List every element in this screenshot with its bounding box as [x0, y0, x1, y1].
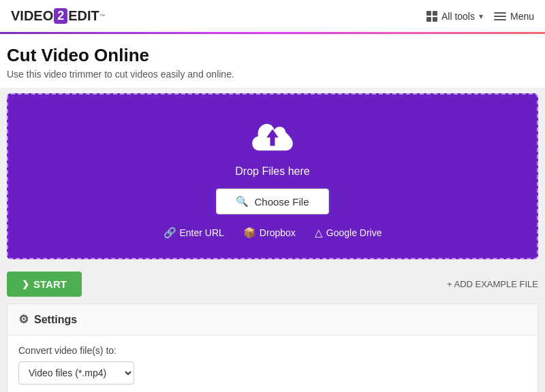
- start-label: START: [33, 278, 67, 290]
- logo-part2: EDIT: [68, 8, 99, 24]
- settings-body: Convert video file(s) to: Video files (*…: [7, 336, 538, 392]
- enter-url-link[interactable]: 🔗 Enter URL: [164, 227, 224, 239]
- header-right: All tools ▾ Menu: [426, 11, 534, 22]
- dropbox-link[interactable]: 📦 Dropbox: [243, 227, 296, 239]
- drop-zone[interactable]: Drop Files here 🔍 Choose File 🔗 Enter UR…: [7, 93, 538, 259]
- search-icon: 🔍: [236, 195, 249, 208]
- choose-file-label: Choose File: [254, 196, 309, 208]
- logo: VIDEO 2 EDIT ™: [11, 8, 106, 24]
- links-row: 🔗 Enter URL 📦 Dropbox △ Google Drive: [164, 227, 382, 239]
- logo-tm: ™: [99, 13, 106, 20]
- start-button[interactable]: ❯ START: [7, 272, 82, 297]
- google-drive-label: Google Drive: [326, 227, 382, 238]
- settings-panel: ⚙ Settings Convert video file(s) to: Vid…: [7, 304, 538, 392]
- google-drive-icon: △: [315, 227, 323, 239]
- action-bar: ❯ START + ADD EXAMPLE FILE: [0, 265, 545, 304]
- header: VIDEO 2 EDIT ™ All tools ▾ Menu: [0, 0, 545, 34]
- dropbox-icon: 📦: [243, 227, 256, 239]
- page-title: Cut Video Online: [7, 45, 538, 66]
- dropbox-label: Dropbox: [260, 227, 296, 238]
- page-subtitle: Use this video trimmer to cut videos eas…: [7, 69, 538, 80]
- convert-label: Convert video file(s) to:: [18, 345, 527, 356]
- page-header: Cut Video Online Use this video trimmer …: [0, 34, 545, 88]
- logo-num: 2: [54, 8, 67, 24]
- add-example-button[interactable]: + ADD EXAMPLE FILE: [447, 279, 538, 289]
- drop-zone-wrapper: Drop Files here 🔍 Choose File 🔗 Enter UR…: [0, 88, 545, 265]
- grid-icon: [426, 11, 437, 22]
- all-tools-button[interactable]: All tools ▾: [426, 11, 483, 22]
- menu-label: Menu: [510, 11, 534, 22]
- settings-header: ⚙ Settings: [7, 304, 538, 336]
- format-select[interactable]: Video files (*.mp4) Video files (*.avi) …: [18, 361, 134, 385]
- google-drive-link[interactable]: △ Google Drive: [315, 227, 382, 239]
- menu-button[interactable]: Menu: [494, 11, 534, 22]
- all-tools-label: All tools: [441, 11, 475, 22]
- upload-cloud-icon: [249, 115, 296, 156]
- drop-files-text: Drop Files here: [235, 165, 309, 178]
- choose-file-button[interactable]: 🔍 Choose File: [216, 189, 328, 214]
- gear-icon: ⚙: [18, 312, 29, 327]
- chevron-right-icon: ❯: [22, 279, 29, 289]
- logo-part1: VIDEO: [11, 8, 53, 24]
- enter-url-label: Enter URL: [180, 227, 224, 238]
- link-icon: 🔗: [164, 227, 176, 239]
- upload-icon: [249, 115, 296, 159]
- add-example-label: + ADD EXAMPLE FILE: [447, 279, 538, 289]
- hamburger-icon: [494, 12, 506, 20]
- chevron-down-icon: ▾: [479, 12, 483, 21]
- settings-title: Settings: [34, 314, 77, 326]
